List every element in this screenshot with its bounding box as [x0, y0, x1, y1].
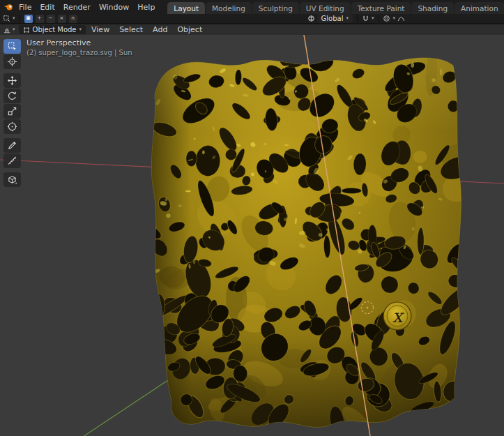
mode-dropdown[interactable]: Object Mode ▾ [19, 25, 86, 34]
rotate-tool[interactable] [3, 89, 21, 103]
transform-orientation-dropdown[interactable]: Global ▾ [317, 14, 353, 23]
tool-settings-right: Global ▾ ▾ ▾ [307, 14, 405, 23]
select-mode-intersect-icon[interactable]: ∩ [69, 15, 77, 23]
menu-add[interactable]: Add [148, 25, 171, 34]
chevron-down-icon[interactable]: ▾ [13, 16, 15, 21]
tab-sculpting[interactable]: Sculpting [252, 2, 299, 14]
menu-render[interactable]: Render [59, 1, 95, 13]
menu-help[interactable]: Help [133, 1, 159, 13]
move-tool[interactable] [3, 73, 21, 88]
y-axis-line [72, 370, 183, 436]
orientation-axes-icon [307, 15, 315, 22]
proportional-editing-icon[interactable] [383, 15, 390, 22]
menu-edit[interactable]: Edit [36, 1, 59, 13]
transform-tool[interactable] [3, 119, 21, 134]
menu-object[interactable]: Object [173, 25, 206, 34]
annotate-tool[interactable] [3, 138, 21, 153]
tab-modeling[interactable]: Modeling [206, 2, 252, 14]
editor-type-button[interactable] [3, 26, 11, 34]
scene-render: x [0, 35, 504, 436]
select-mode-set-icon[interactable]: ▣ [24, 15, 33, 23]
add-cube-tool[interactable] [3, 172, 21, 187]
chevron-down-icon: ▾ [13, 27, 15, 32]
select-mode-invert-icon[interactable]: × [58, 15, 66, 23]
tab-uv-editing[interactable]: UV Editing [300, 2, 351, 14]
chevron-down-icon[interactable]: ▾ [372, 16, 374, 21]
select-box-tool[interactable] [3, 39, 21, 54]
chevron-down-icon: ▾ [346, 16, 349, 21]
active-tool-icon[interactable] [3, 15, 10, 22]
separator [378, 15, 379, 22]
tab-shading[interactable]: Shading [411, 2, 454, 14]
tab-animation[interactable]: Animation [455, 2, 504, 14]
mode-label: Object Mode [33, 26, 77, 33]
select-mode-extend-icon[interactable]: + [36, 15, 44, 23]
viewport-3d[interactable]: x User Perspective (2) super_logo_trazo.… [0, 35, 504, 436]
toolbar [3, 39, 21, 188]
cursor-tool[interactable] [3, 54, 21, 69]
tab-texture-paint[interactable]: Texture Paint [351, 2, 411, 14]
falloff-curve-icon[interactable] [397, 15, 405, 22]
separator [20, 15, 20, 22]
menu-file[interactable]: File [15, 1, 36, 13]
tool-settings-left: ▾ ▣ + − × ∩ [3, 15, 78, 23]
chevron-down-icon[interactable]: ▾ [392, 16, 395, 21]
measure-tool[interactable] [3, 153, 21, 168]
separator [357, 15, 358, 22]
menu-window[interactable]: Window [95, 1, 133, 13]
snap-magnet-icon[interactable] [362, 15, 369, 22]
menu-view[interactable]: View [87, 25, 114, 34]
chevron-down-icon: ▾ [79, 27, 82, 32]
tool-settings-bar: ▾ ▣ + − × ∩ Global ▾ [0, 14, 504, 24]
blender-logo-icon[interactable] [3, 3, 13, 11]
orientation-label: Global [321, 15, 344, 22]
topbar: File Edit Render Window Help Layout Mode… [0, 0, 504, 14]
tab-layout[interactable]: Layout [167, 2, 205, 14]
scale-tool[interactable] [3, 104, 21, 119]
blender-window: File Edit Render Window Help Layout Mode… [0, 0, 504, 436]
viewport-header: ▾ Object Mode ▾ View Select Add Object [0, 24, 504, 35]
object-mode-icon [23, 27, 30, 33]
workspace-tabs: Layout Modeling Sculpting UV Editing Tex… [167, 0, 504, 14]
select-mode-subtract-icon[interactable]: − [47, 15, 55, 23]
logo-medallion: x [383, 302, 411, 330]
menu-select[interactable]: Select [115, 25, 147, 34]
